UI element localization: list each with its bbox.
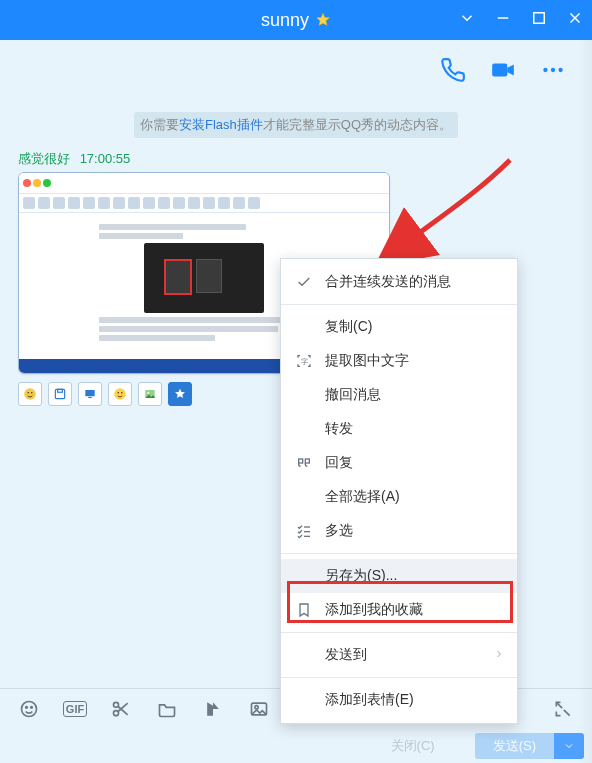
expand-icon (553, 699, 573, 719)
file-button[interactable] (156, 698, 178, 720)
menu-label: 转发 (325, 420, 353, 438)
menu-select-all[interactable]: 全部选择(A) (281, 480, 517, 514)
message-sender: 感觉很好 (18, 151, 70, 166)
menu-multi-select[interactable]: 多选 (281, 514, 517, 548)
reaction-star-button[interactable] (168, 382, 192, 406)
svg-point-34 (255, 706, 258, 709)
close-chat-button[interactable]: 关闭(C) (391, 737, 435, 755)
menu-label: 多选 (325, 522, 353, 540)
chevron-right-icon (493, 647, 505, 663)
menu-merge-messages[interactable]: 合并连续发送的消息 (281, 265, 517, 299)
notice-install-link[interactable]: 安装Flash插件 (179, 117, 263, 132)
scissors-icon (111, 699, 131, 719)
svg-rect-22 (305, 459, 309, 463)
menu-label: 提取图中文字 (325, 352, 409, 370)
send-button[interactable]: 发送(S) (475, 733, 554, 759)
gif-icon: GIF (63, 701, 87, 717)
window-dropdown-button[interactable] (458, 9, 476, 31)
image-button[interactable] (248, 698, 270, 720)
chat-title: sunny (261, 10, 331, 31)
svg-point-15 (114, 388, 126, 400)
context-menu: 合并连续发送的消息 复制(C) 字 提取图中文字 撤回消息 转发 回复 全部选择… (280, 258, 518, 724)
svg-point-17 (121, 392, 123, 394)
svg-point-6 (551, 68, 555, 72)
svg-rect-21 (299, 459, 303, 463)
svg-text:字: 字 (301, 358, 308, 365)
menu-separator (281, 304, 517, 305)
svg-point-29 (114, 702, 119, 707)
window-maximize-button[interactable] (530, 9, 548, 31)
menu-separator (281, 677, 517, 678)
dots-icon (540, 57, 566, 83)
window-minimize-button[interactable] (494, 9, 512, 31)
svg-point-5 (543, 68, 547, 72)
image-content (19, 173, 389, 194)
menu-label: 另存为(S)... (325, 567, 397, 585)
menu-separator (281, 632, 517, 633)
menu-label: 添加到表情(E) (325, 691, 414, 709)
menu-label: 撤回消息 (325, 386, 381, 404)
svg-line-36 (564, 710, 570, 716)
window-close-button[interactable] (566, 9, 584, 31)
reaction-save-button[interactable] (48, 382, 72, 406)
window-controls (458, 0, 584, 40)
send-row: 关闭(C) 发送(S) (0, 729, 592, 763)
svg-rect-4 (492, 64, 507, 77)
notice-post: 才能完整显示QQ秀的动态内容。 (263, 117, 452, 132)
more-actions-button[interactable] (540, 57, 566, 83)
emoji-button[interactable] (18, 698, 40, 720)
svg-point-7 (558, 68, 562, 72)
menu-add-favorite[interactable]: 添加到我的收藏 (281, 593, 517, 627)
image-icon (249, 699, 269, 719)
menu-save-as[interactable]: 另存为(S)... (281, 559, 517, 593)
reaction-monitor-button[interactable] (78, 382, 102, 406)
svg-point-10 (31, 392, 33, 394)
smile-icon (19, 699, 39, 719)
svg-point-26 (22, 702, 37, 717)
quote-icon (295, 454, 313, 472)
menu-send-to[interactable]: 发送到 (281, 638, 517, 672)
expand-button[interactable] (552, 698, 574, 720)
menu-label: 全部选择(A) (325, 488, 400, 506)
bookmark-icon (295, 601, 313, 619)
svg-point-19 (147, 392, 149, 394)
message-meta: 感觉很好 17:00:55 (18, 150, 574, 168)
check-icon (295, 273, 313, 291)
voice-call-button[interactable] (440, 57, 466, 83)
gif-button[interactable]: GIF (64, 698, 86, 720)
svg-line-37 (556, 702, 562, 708)
svg-point-16 (117, 392, 119, 394)
star-icon (315, 12, 331, 28)
video-call-button[interactable] (490, 57, 516, 83)
reaction-picture-button[interactable] (138, 382, 162, 406)
menu-label: 发送到 (325, 646, 367, 664)
svg-point-9 (27, 392, 29, 394)
svg-point-27 (26, 707, 28, 709)
svg-rect-13 (85, 390, 94, 396)
chat-title-text: sunny (261, 10, 309, 31)
menu-forward[interactable]: 转发 (281, 412, 517, 446)
reaction-smile-button[interactable] (108, 382, 132, 406)
video-icon (490, 57, 516, 83)
svg-rect-1 (534, 13, 545, 24)
menu-label: 添加到我的收藏 (325, 601, 423, 619)
scrollbar[interactable] (578, 40, 592, 763)
svg-rect-14 (88, 397, 92, 398)
ocr-icon: 字 (295, 352, 313, 370)
call-toolbar (0, 40, 592, 100)
menu-label: 复制(C) (325, 318, 372, 336)
menu-copy[interactable]: 复制(C) (281, 310, 517, 344)
phone-icon (440, 57, 466, 83)
svg-rect-12 (58, 389, 63, 392)
send-file-button[interactable] (202, 698, 224, 720)
checklist-icon (295, 522, 313, 540)
svg-rect-11 (55, 389, 64, 398)
title-bar: sunny (0, 0, 592, 40)
menu-ocr[interactable]: 字 提取图中文字 (281, 344, 517, 378)
menu-recall[interactable]: 撤回消息 (281, 378, 517, 412)
menu-separator (281, 553, 517, 554)
menu-add-emoji[interactable]: 添加到表情(E) (281, 683, 517, 717)
reaction-emoji-button[interactable] (18, 382, 42, 406)
screenshot-button[interactable] (110, 698, 132, 720)
menu-reply[interactable]: 回复 (281, 446, 517, 480)
